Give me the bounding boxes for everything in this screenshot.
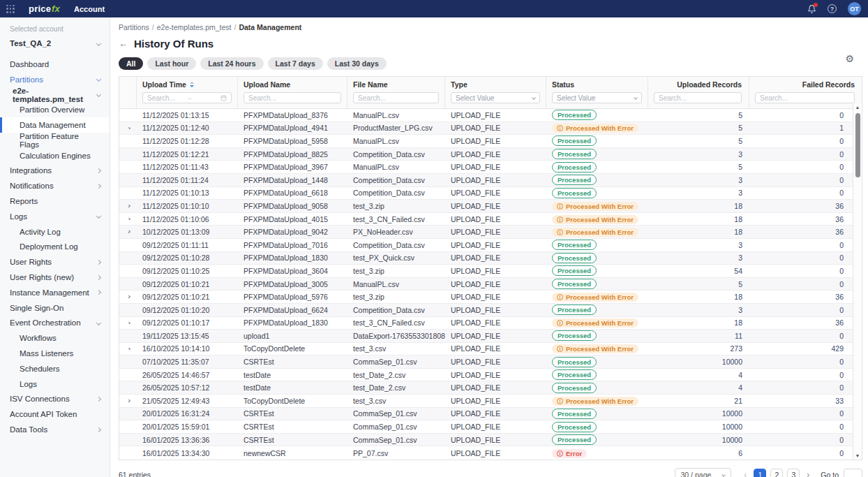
table-row[interactable]: 19/11/2025 13:15:45upload1DataExport-176… <box>119 330 862 343</box>
calendar-icon[interactable] <box>220 95 227 101</box>
table-row[interactable]: 16/10/2025 10:14:10ToCopyDontDeletetest_… <box>119 343 862 356</box>
breadcrumb-partitions[interactable]: Partitions <box>119 23 149 31</box>
table-row[interactable]: 09/12/2025 01:10:21PFXPMDataUpload_5976t… <box>119 291 862 304</box>
scroll-up-icon[interactable]: ▲ <box>855 104 860 111</box>
expand-chevron-icon[interactable] <box>126 322 130 325</box>
sidebar-item-user-rights[interactable]: User Rights <box>0 254 110 270</box>
sidebar-item-partition-feature-flags[interactable]: Partition Feature Flags <box>0 133 110 148</box>
sidebar-item-dashboard[interactable]: Dashboard <box>0 57 110 72</box>
sidebar-item-workflows[interactable]: Workflows <box>0 330 110 346</box>
table-row[interactable]: 11/12/2025 01:10:13PFXPMDataUpload_6618C… <box>119 187 862 200</box>
next-page-icon[interactable]: › <box>805 470 811 477</box>
expand-chevron-icon[interactable] <box>126 348 130 351</box>
sidebar-item-single-sign-on[interactable]: Single Sign-On <box>0 300 110 316</box>
sidebar-item-activity-log[interactable]: Activity Log <box>0 224 110 240</box>
sidebar-item-data-tools[interactable]: Data Tools <box>0 422 110 437</box>
expand-chevron-icon[interactable] <box>126 205 130 207</box>
table-row[interactable]: 09/12/2025 01:10:25PFXPMDataUpload_3604t… <box>119 265 862 278</box>
previous-page-icon[interactable]: ‹ <box>742 470 749 477</box>
page-button-3[interactable]: 3 <box>787 469 800 477</box>
breadcrumb-partition[interactable]: e2e-templates.pm_test <box>157 23 232 31</box>
sidebar-item-isv-connections[interactable]: ISV Connections <box>0 392 110 407</box>
sidebar-item-logs[interactable]: Logs <box>0 376 110 392</box>
page-button-1[interactable]: 1 <box>754 469 766 477</box>
column-label[interactable]: Failed Records <box>755 80 855 89</box>
column-label[interactable]: Upload Name <box>244 80 341 89</box>
table-row[interactable]: 11/12/2025 01:13:15PFXPMDataUpload_8376M… <box>119 109 862 122</box>
sidebar-item-data-management[interactable]: Data Management <box>0 117 110 133</box>
filter-select-type[interactable]: Select Value <box>451 92 540 103</box>
table-row[interactable]: 09/12/2025 01:10:21PFXPMDataUpload_3005M… <box>119 278 862 291</box>
table-row[interactable]: 26/05/2025 10:57:12testDatetest_Date_2.c… <box>119 381 862 395</box>
filter-pill-last-7-days[interactable]: Last 7 days <box>268 57 323 70</box>
filter-search-upload-time[interactable]: Search...→ <box>142 92 232 103</box>
sidebar-item-integrations[interactable]: Integrations <box>0 163 110 179</box>
table-row[interactable]: 09/12/2025 01:10:17PFXPMDataUpload_1830t… <box>119 317 862 330</box>
scrollbar-thumb[interactable] <box>855 113 860 177</box>
table-row[interactable]: 09/12/2025 01:10:28PFXPMDataUpload_1830t… <box>119 252 862 265</box>
pricefx-logo[interactable]: pricefx <box>29 3 60 14</box>
table-row[interactable]: 11/12/2025 01:10:06PFXPMDataUpload_4015t… <box>119 213 862 226</box>
expand-chevron-icon[interactable] <box>126 399 130 402</box>
table-row[interactable]: 07/10/2025 11:35:07CSRTEstCommaSep_01.cs… <box>119 355 862 369</box>
expander-cell[interactable] <box>119 399 137 402</box>
filter-select-status[interactable]: Select Value <box>552 92 642 103</box>
sidebar-item-mass-listeners[interactable]: Mass Listeners <box>0 346 110 361</box>
column-label[interactable]: File Name <box>353 80 439 89</box>
column-label[interactable]: Status <box>552 80 642 89</box>
expand-chevron-icon[interactable] <box>126 218 130 221</box>
table-row[interactable]: 11/12/2025 01:12:21PFXPMDataUpload_8825C… <box>119 148 862 161</box>
account-menu[interactable]: Account <box>74 5 105 13</box>
expander-cell[interactable] <box>119 295 137 298</box>
expander-cell[interactable] <box>119 218 137 221</box>
scroll-down-icon[interactable]: ▼ <box>855 453 860 460</box>
sidebar-item-account-api-token[interactable]: Account API Token <box>0 406 110 422</box>
filter-pill-all[interactable]: All <box>119 57 143 70</box>
column-label[interactable]: Upload Time <box>142 80 232 89</box>
expander-cell[interactable] <box>119 205 137 207</box>
table-row[interactable]: 21/05/2025 12:49:43ToCopyDontDeletetest_… <box>119 395 862 408</box>
filter-search-file-name[interactable]: Search... <box>353 92 439 103</box>
sidebar-item-logs[interactable]: Logs <box>0 209 110 224</box>
page-size-select[interactable]: 30 / page <box>675 468 732 477</box>
sidebar-item-partition-overview[interactable]: Partition Overview <box>0 102 110 117</box>
table-row[interactable]: 20/01/2025 16:31:24CSRTEstCommaSep_01.cs… <box>119 408 862 421</box>
expander-cell[interactable] <box>119 127 137 130</box>
expander-cell[interactable] <box>119 230 137 233</box>
expand-chevron-icon[interactable] <box>126 230 130 233</box>
table-row[interactable]: 11/12/2025 01:11:43PFXPMDataUpload_3967M… <box>119 161 862 174</box>
goto-page-input[interactable] <box>844 469 862 477</box>
filter-search-failed-records[interactable]: Search... <box>755 92 855 103</box>
sidebar-item-calculation-engines[interactable]: Calculation Engines <box>0 148 110 163</box>
table-row[interactable]: 16/01/2025 13:34:30newnewCSRPP_07.csvUPL… <box>119 446 862 460</box>
sidebar-item-schedulers[interactable]: Schedulers <box>0 361 110 376</box>
vertical-scrollbar[interactable]: ▲ ▼ <box>853 104 862 460</box>
app-grid-icon[interactable] <box>6 5 15 13</box>
user-avatar[interactable]: OT <box>848 2 861 15</box>
filter-pill-last-hour[interactable]: Last hour <box>147 57 196 70</box>
sidebar-item-partitions[interactable]: Partitions <box>0 72 110 87</box>
column-label[interactable]: Uploaded Records <box>654 80 742 89</box>
expand-chevron-icon[interactable] <box>126 295 130 298</box>
sidebar-item-reports[interactable]: Reports <box>0 193 110 209</box>
filter-search-upload-name[interactable]: Search... <box>244 92 341 103</box>
sidebar-item-e2e-templates-pm-test[interactable]: e2e-templates.pm_test <box>0 87 110 103</box>
table-row[interactable]: 11/12/2025 01:11:24PFXPMDataUpload_1448C… <box>119 174 862 187</box>
expander-cell[interactable] <box>119 348 137 351</box>
table-row[interactable]: 10/12/2025 01:13:09PFXPMDataUpload_9042P… <box>119 226 862 239</box>
table-row[interactable]: 16/01/2025 13:36:36CSRTEstCommaSep_01.cs… <box>119 434 862 447</box>
filter-pill-last-30-days[interactable]: Last 30 days <box>327 57 387 70</box>
sidebar-item-event-orchestration[interactable]: Event Orchestration <box>0 316 110 331</box>
sidebar-item-instance-management[interactable]: Instance Management <box>0 285 110 300</box>
sidebar-item-notifications[interactable]: Notifications <box>0 178 110 193</box>
table-row[interactable]: 20/01/2025 15:59:01CSRTEstCommaSep_01.cs… <box>119 420 862 434</box>
page-button-2[interactable]: 2 <box>770 469 783 477</box>
filter-search-uploaded-records[interactable]: Search... <box>654 92 742 103</box>
expander-cell[interactable] <box>119 322 137 325</box>
table-row[interactable]: 11/12/2025 01:10:10PFXPMDataUpload_9058t… <box>119 200 862 213</box>
account-selector[interactable]: Test_QA_2 <box>10 39 100 47</box>
table-row[interactable]: 09/12/2025 01:11:11PFXPMDataUpload_7016C… <box>119 239 862 252</box>
sort-icon[interactable] <box>190 82 194 87</box>
sidebar-item-user-rights-new[interactable]: User Rights (new) <box>0 270 110 285</box>
help-icon[interactable]: ? <box>828 4 837 13</box>
